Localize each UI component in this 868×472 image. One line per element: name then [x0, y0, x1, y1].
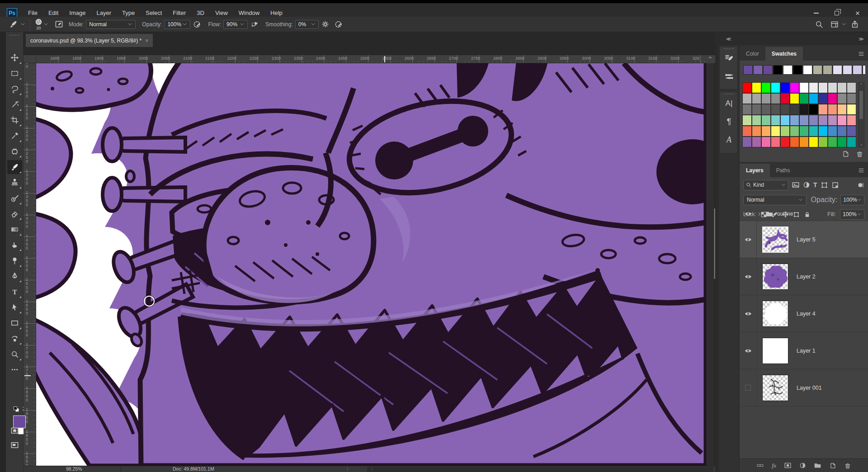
layer-name[interactable]: Layer 5	[797, 236, 816, 243]
swatch[interactable]	[828, 104, 837, 115]
tool-crop[interactable]	[7, 113, 22, 127]
swatch[interactable]	[771, 115, 780, 126]
share-icon[interactable]	[851, 20, 859, 28]
horizontal-scrollbar[interactable]: 〈	[367, 467, 713, 472]
layer-effects-icon[interactable]: fx	[772, 462, 776, 469]
visibility-toggle[interactable]	[740, 295, 757, 332]
tool-history-brush[interactable]	[7, 191, 22, 205]
tool-lasso[interactable]	[7, 82, 22, 96]
swatch[interactable]	[742, 115, 752, 126]
swatch[interactable]	[790, 115, 799, 126]
swatch[interactable]	[799, 82, 809, 93]
recent-swatch[interactable]	[783, 65, 793, 75]
recent-swatch[interactable]	[843, 65, 852, 75]
swatch[interactable]	[752, 115, 761, 126]
pressure-opacity-icon[interactable]	[193, 20, 202, 28]
swatch[interactable]	[837, 82, 847, 93]
swatch[interactable]	[818, 126, 828, 137]
tool-preset-chevron-icon[interactable]	[20, 22, 25, 27]
layer-thumbnail[interactable]	[762, 301, 788, 327]
airbrush-icon[interactable]	[250, 20, 259, 28]
swatch[interactable]	[761, 82, 771, 93]
tool-path-selection[interactable]	[7, 300, 22, 314]
recent-swatch[interactable]	[813, 65, 822, 75]
swatch[interactable]	[847, 126, 856, 137]
layer-thumbnail[interactable]	[762, 227, 788, 253]
layer-thumbnail[interactable]	[762, 338, 788, 364]
layer-name[interactable]: Layer 2	[797, 274, 816, 280]
swatch[interactable]	[780, 82, 790, 93]
add-mask-icon[interactable]	[784, 462, 792, 469]
layer-row[interactable]: Layer 5	[740, 221, 868, 258]
swatch[interactable]	[771, 137, 780, 147]
canvas[interactable]	[36, 63, 706, 466]
tab-close-icon[interactable]: ×	[145, 38, 148, 44]
swatch[interactable]	[790, 137, 799, 147]
filter-kind-select[interactable]: Kind	[743, 180, 788, 190]
swatch[interactable]	[780, 115, 790, 126]
tool-spot-healing[interactable]	[7, 144, 22, 158]
swatch[interactable]	[809, 137, 818, 147]
swatch[interactable]	[847, 137, 856, 147]
swatch[interactable]	[771, 104, 780, 115]
opacity-select[interactable]: 100%	[164, 20, 190, 29]
layer-name[interactable]: Layer 1	[797, 348, 816, 354]
layer-thumbnail[interactable]	[762, 375, 788, 401]
swatch[interactable]	[837, 115, 847, 126]
pressure-size-icon[interactable]	[335, 20, 343, 28]
swatch[interactable]	[809, 93, 818, 104]
group-name[interactable]: outline	[777, 211, 793, 217]
delete-swatch-icon[interactable]	[856, 150, 863, 158]
swatch[interactable]	[809, 104, 818, 115]
swatch[interactable]	[799, 104, 809, 115]
recent-swatch[interactable]	[853, 65, 862, 75]
tool-type[interactable]: T	[7, 285, 22, 299]
swatch[interactable]	[780, 137, 790, 147]
swatch[interactable]	[828, 126, 837, 137]
swatch[interactable]	[761, 137, 771, 147]
tool-clone-stamp[interactable]	[7, 175, 22, 189]
swatch[interactable]	[752, 82, 761, 93]
foreground-color-chip[interactable]	[13, 415, 26, 428]
scroll-up-arrow[interactable]: ⌃	[706, 55, 714, 63]
link-layers-icon[interactable]	[756, 462, 764, 469]
swatch[interactable]	[790, 104, 799, 115]
swatch[interactable]	[742, 93, 752, 104]
tool-move[interactable]	[7, 51, 22, 65]
swatch[interactable]	[828, 93, 837, 104]
swatch[interactable]	[771, 93, 780, 104]
recent-swatch[interactable]	[753, 65, 763, 75]
swatch[interactable]	[818, 104, 828, 115]
swatch[interactable]	[799, 115, 809, 126]
swatch[interactable]	[818, 82, 828, 93]
tool-brush[interactable]	[7, 160, 22, 174]
recent-swatch[interactable]	[773, 65, 783, 75]
panel-menu-icon[interactable]	[858, 51, 864, 57]
swatch[interactable]	[799, 93, 809, 104]
swatch[interactable]	[742, 137, 752, 147]
swatch[interactable]	[837, 104, 847, 115]
swatch[interactable]	[771, 82, 780, 93]
layer-row[interactable]: Layer 001	[740, 369, 868, 406]
swatch[interactable]	[847, 104, 856, 115]
swatch[interactable]	[752, 137, 761, 147]
delete-layer-icon[interactable]	[844, 462, 851, 469]
swatch[interactable]	[809, 82, 818, 93]
swatch[interactable]	[837, 126, 847, 137]
new-group-icon[interactable]	[814, 462, 821, 469]
swatch[interactable]	[780, 126, 790, 137]
swatch[interactable]	[837, 93, 847, 104]
swatch[interactable]	[818, 93, 828, 104]
swatch[interactable]	[818, 137, 828, 147]
recent-swatch[interactable]	[863, 65, 865, 75]
swatch[interactable]	[771, 126, 780, 137]
toolbar-grip[interactable]	[9, 35, 19, 36]
document-tab[interactable]: coronavirus.psd @ 98.3% (Layer 5, RGB/8#…	[26, 34, 153, 47]
tool-eyedropper[interactable]	[7, 129, 22, 143]
swatch[interactable]	[761, 126, 771, 137]
workspace-chevron-icon[interactable]	[841, 22, 846, 27]
swatch[interactable]	[847, 93, 856, 104]
swatch[interactable]	[799, 126, 809, 137]
tab-color[interactable]: Color	[740, 47, 765, 61]
visibility-toggle[interactable]	[740, 258, 757, 295]
